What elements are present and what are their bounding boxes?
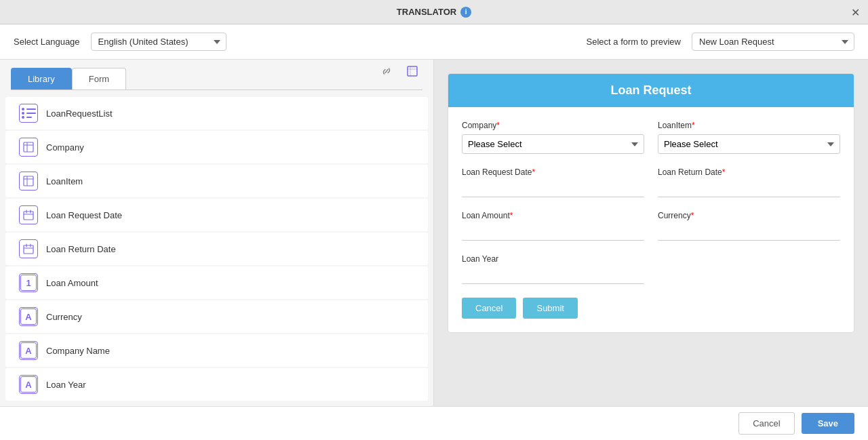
list-icon xyxy=(19,104,38,123)
list-item-label: LoanRequestList xyxy=(46,108,113,119)
close-button[interactable]: ✕ xyxy=(851,5,860,18)
expand-icon xyxy=(406,64,419,78)
loan-request-date-field: Loan Request Date* xyxy=(462,167,644,197)
currency-field: Currency* xyxy=(658,211,840,241)
app-title: TRANSLATOR i xyxy=(397,7,471,18)
list-item[interactable]: Loan Request Date xyxy=(5,199,428,231)
loan-return-date-label: Loan Return Date* xyxy=(658,167,840,177)
form-preview-select[interactable]: New Loan Request xyxy=(692,33,854,51)
loan-year-field: Loan Year xyxy=(462,254,644,284)
calendar-icon xyxy=(19,239,38,258)
library-list: LoanRequestList Company xyxy=(0,90,433,406)
list-item-label: Loan Year xyxy=(46,380,86,390)
toolbar-right: Select a form to preview New Loan Reques… xyxy=(587,33,854,51)
form-row-3: Loan Amount* Currency* xyxy=(462,211,840,241)
currency-label: Currency* xyxy=(658,211,840,220)
loan-year-input[interactable] xyxy=(462,268,644,284)
loan-request-date-label: Loan Request Date* xyxy=(462,167,644,177)
list-item-label: Loan Request Date xyxy=(46,210,122,220)
list-item[interactable]: A Loan Year xyxy=(5,368,428,401)
tab-library[interactable]: Library xyxy=(11,68,72,89)
select-language-label: Select Language xyxy=(14,37,80,47)
list-item[interactable]: LoanItem xyxy=(5,165,428,197)
svg-rect-11 xyxy=(24,245,33,254)
list-item-label: Company xyxy=(46,142,84,153)
left-panel: Library Form xyxy=(0,60,434,406)
loan-item-field: LoanItem* Please Select xyxy=(658,121,840,154)
title-bar: TRANSLATOR i ✕ xyxy=(0,0,868,24)
list-item-label: Loan Amount xyxy=(46,278,98,288)
loan-year-label: Loan Year xyxy=(462,254,644,264)
list-item[interactable]: Company xyxy=(5,131,428,163)
loan-request-date-input[interactable] xyxy=(462,181,644,197)
link-icon xyxy=(380,64,393,78)
bottom-bar: Cancel Save xyxy=(0,406,868,440)
form-row-2: Loan Request Date* Loan Return Date* xyxy=(462,167,840,197)
form-title: Loan Request xyxy=(448,74,854,107)
form-actions: Cancel Submit xyxy=(462,298,840,319)
info-icon[interactable]: i xyxy=(460,7,471,18)
text-icon: A xyxy=(19,341,38,360)
expand-icon-button[interactable] xyxy=(402,61,422,81)
cancel-button[interactable]: Cancel xyxy=(738,412,794,435)
form-preview: Loan Request Company* Please Select xyxy=(448,73,854,333)
svg-rect-0 xyxy=(408,66,417,76)
form-row-1: Company* Please Select LoanItem* Please … xyxy=(462,121,840,154)
link-icon-button[interactable] xyxy=(376,61,397,81)
form-body: Company* Please Select LoanItem* Please … xyxy=(448,107,854,332)
form-row-4: Loan Year xyxy=(462,254,840,284)
list-item-label: Company Name xyxy=(46,346,110,356)
company-select[interactable]: Please Select xyxy=(462,134,644,154)
currency-input[interactable] xyxy=(658,224,840,241)
loan-amount-input[interactable] xyxy=(462,224,644,241)
svg-rect-7 xyxy=(24,212,33,220)
save-button[interactable]: Save xyxy=(802,413,854,434)
company-field: Company* Please Select xyxy=(462,121,644,154)
loan-item-select[interactable]: Please Select xyxy=(658,134,840,154)
text-icon: A xyxy=(19,375,38,394)
list-item-label: Loan Return Date xyxy=(46,244,116,254)
calendar-icon xyxy=(19,205,38,224)
list-item[interactable]: Loan Return Date xyxy=(5,233,428,265)
toolbar: Select Language English (United States) … xyxy=(0,24,868,60)
form-cancel-button[interactable]: Cancel xyxy=(462,298,516,319)
svg-rect-1 xyxy=(24,142,33,152)
number-icon: 1 xyxy=(19,273,38,292)
loan-item-label: LoanItem* xyxy=(658,121,840,130)
list-item-label: Currency xyxy=(46,312,82,322)
list-item[interactable]: A Currency xyxy=(5,300,428,333)
text-icon: A xyxy=(19,307,38,326)
form-submit-button[interactable]: Submit xyxy=(523,298,577,319)
list-item[interactable]: A Company Name xyxy=(5,334,428,367)
svg-rect-4 xyxy=(24,176,33,186)
main-content: Library Form xyxy=(0,60,868,406)
loan-return-date-input[interactable] xyxy=(658,181,840,197)
list-item[interactable]: LoanRequestList xyxy=(5,97,428,129)
list-item-label: LoanItem xyxy=(46,176,83,186)
loan-amount-field: Loan Amount* xyxy=(462,211,644,241)
select-form-label: Select a form to preview xyxy=(587,37,681,47)
language-select[interactable]: English (United States) xyxy=(91,33,226,51)
list-item[interactable]: 1 Loan Amount xyxy=(5,266,428,299)
tab-form[interactable]: Form xyxy=(72,68,126,89)
loan-amount-label: Loan Amount* xyxy=(462,211,644,220)
right-panel: Loan Request Company* Please Select xyxy=(434,60,868,406)
table-icon xyxy=(19,172,38,191)
company-label: Company* xyxy=(462,121,644,130)
table-icon xyxy=(19,138,38,157)
loan-return-date-field: Loan Return Date* xyxy=(658,167,840,197)
